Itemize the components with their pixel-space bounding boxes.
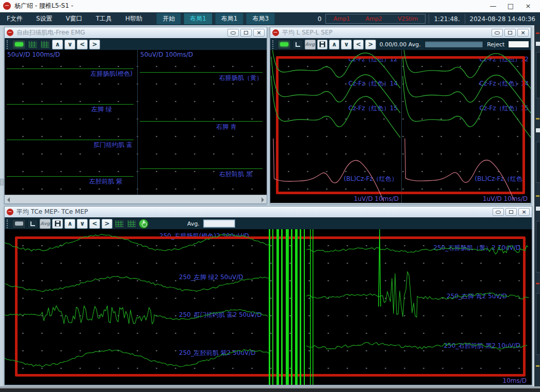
menu-item-tools[interactable]: T工具: [89, 14, 119, 23]
menu-item-help[interactable]: H帮助: [119, 14, 149, 23]
menu-item-file[interactable]: F文件: [0, 14, 29, 23]
gray-led-icon: [15, 221, 23, 226]
emg-prev-button[interactable]: <: [77, 40, 88, 49]
toolbar-grip[interactable]: [7, 40, 9, 49]
mep-average-button[interactable]: Avg: [40, 219, 51, 229]
sliver-panel-fragment: [536, 221, 540, 272]
sep-waveform-area[interactable]: Cz-Fz（红色）12 Cz-Fz（红色）14 Cz-Fz（红色）15 (BL)…: [270, 50, 531, 203]
sep-scale-up-button[interactable]: ∧: [329, 40, 339, 49]
sep-window-title: 平均 L SEP-L SEP: [282, 28, 333, 37]
waveform-grid-icon: [128, 220, 136, 227]
sliver-button-fragment: [536, 207, 540, 211]
toolbar-grip[interactable]: [272, 40, 274, 49]
sep-toolbar: Avg ∧ ∨ < > 0.00/0.00 Avg. Reject: [270, 38, 531, 50]
mep-restore-button[interactable]: [505, 208, 517, 216]
layout1-button[interactable]: 布局1: [215, 13, 244, 25]
sep-next-button[interactable]: >: [365, 40, 375, 49]
menu-item-window[interactable]: V窗口: [59, 14, 89, 23]
sep-close-button[interactable]: ×: [517, 29, 529, 37]
menu-item-settings[interactable]: S设置: [29, 14, 59, 23]
mep-toolbar: Avg ∧ ∨ < > Avg.: [5, 217, 532, 229]
emg-window-titlebar[interactable]: 自由扫描肌电-Free EMG ×: [5, 27, 267, 38]
emg-right-column: 50uV/D 100ms/D 右腓肠肌（黄） 右脚 青 右胫前肌 黑: [137, 50, 266, 195]
sep-baseline-button[interactable]: [292, 40, 303, 49]
emg-window-controls: ×: [227, 29, 265, 37]
mep-window-titlebar[interactable]: 平均 TCe MEP- TCe MEP ×: [5, 207, 532, 217]
emg-trace-line: [140, 121, 263, 122]
emg-trace-line: [7, 69, 134, 69]
emg-toolbar: ∧ ∨ < >: [5, 38, 267, 50]
toolbar-grip[interactable]: [7, 219, 9, 228]
emg-trace-line: [7, 176, 134, 177]
scroll-left-icon[interactable]: [7, 197, 10, 202]
sep-window-titlebar[interactable]: 平均 L SEP-L SEP ×: [270, 27, 531, 38]
sep-run-toggle-button[interactable]: [277, 40, 291, 49]
waveform-grid-icon: [29, 41, 37, 47]
save-disk-icon: [55, 220, 61, 227]
emg-horizontal-scrollbar[interactable]: [5, 195, 267, 203]
workspace-edge-notch: [0, 179, 4, 185]
sep-window: 平均 L SEP-L SEP × Avg: [270, 27, 531, 204]
emg-run-toggle-button[interactable]: [12, 40, 26, 49]
sep-prev-button[interactable]: <: [353, 40, 364, 49]
emg-trace-line: [140, 72, 263, 73]
restore-icon: [244, 31, 248, 35]
emg-minimize-button[interactable]: [227, 29, 239, 37]
sep-left-column: Cz-Fz（红色）12 Cz-Fz（红色）14 Cz-Fz（红色）15 (BL)…: [270, 50, 401, 203]
emg-trace-line: [140, 168, 263, 169]
layout1-button-active[interactable]: 布局1: [184, 13, 212, 25]
emg-right-scale: 50uV/D 100ms/D: [140, 51, 193, 58]
sep-average-button[interactable]: Avg: [305, 40, 316, 49]
amp1-status: Amp1: [333, 15, 350, 22]
sliver-panel-fragment: [536, 52, 540, 98]
emg-channel-label: 右胫前肌 黑: [219, 170, 252, 179]
sep-scale-down-button[interactable]: ∨: [341, 40, 351, 49]
sep-save-button[interactable]: [317, 40, 328, 49]
mep-scale-down-button[interactable]: ∨: [77, 219, 88, 229]
menubar: F文件 S设置 V窗口 T工具 H帮助 开始 布局1 布局1 布局3 0 Amp…: [0, 12, 540, 25]
amp2-status: Amp2: [366, 15, 382, 22]
scroll-right-icon[interactable]: [261, 197, 264, 202]
mep-minimize-button[interactable]: [493, 208, 504, 216]
emg-restore-button[interactable]: [240, 29, 252, 37]
sliver-yellow-mark: [536, 195, 539, 197]
sep-restore-button[interactable]: [504, 29, 516, 37]
mep-avg-field[interactable]: [203, 219, 235, 228]
minimize-icon: [496, 211, 501, 214]
sep-reject-field[interactable]: [508, 41, 529, 48]
sep-minimize-button[interactable]: [492, 29, 503, 37]
stimulator-power-button[interactable]: [139, 219, 149, 229]
emg-grid-view2-button[interactable]: [40, 40, 51, 49]
sep-scale-label: 1uV/D 10ms/D: [354, 195, 399, 202]
mep-scale-up-button[interactable]: ∧: [64, 219, 75, 229]
sep-window-icon: [272, 29, 279, 36]
mep-prev-button[interactable]: <: [89, 219, 100, 229]
emg-left-column: 50uV/D 100ms/D 左腓肠肌(橙色) 左脚 绿 肛门括约肌 蓝 左胫前…: [5, 50, 137, 195]
emg-scale-down-button[interactable]: ∨: [64, 40, 75, 49]
window-controls: — □ ×: [484, 1, 537, 12]
start-button[interactable]: 开始: [156, 13, 181, 25]
maximize-button[interactable]: □: [502, 1, 519, 12]
mep-grid-view-button[interactable]: [114, 219, 125, 229]
emg-waveform-area[interactable]: 50uV/D 100ms/D 左腓肠肌(橙色) 左脚 绿 肛门括约肌 蓝 左胫前…: [5, 50, 267, 195]
emg-next-button[interactable]: >: [89, 40, 100, 49]
close-button[interactable]: ×: [519, 1, 537, 12]
mep-grid-view2-button[interactable]: [126, 219, 137, 229]
minimize-button[interactable]: —: [484, 1, 502, 12]
layout3-button[interactable]: 布局3: [246, 13, 275, 25]
emg-scale-up-button[interactable]: ∧: [52, 40, 63, 49]
save-disk-icon: [319, 41, 325, 47]
elapsed-time: 1:21:48.: [429, 14, 464, 24]
mep-window: 平均 TCe MEP- TCe MEP × Avg: [4, 206, 532, 385]
statusbar: [0, 386, 540, 392]
sliver-panel-fragment: [536, 142, 540, 183]
emg-grid-view-button[interactable]: [27, 40, 38, 49]
mep-baseline-button[interactable]: [27, 219, 38, 229]
sep-waveforms: [402, 50, 531, 203]
mep-waveform-area[interactable]: 250_左腓肠肌(橙色)2 500uV/D 250_左脚 绿2 50uV/D 2…: [5, 229, 532, 385]
emg-close-button[interactable]: ×: [253, 29, 265, 37]
mep-close-button[interactable]: ×: [518, 208, 530, 216]
mep-next-button[interactable]: >: [102, 219, 112, 229]
mep-run-toggle-button[interactable]: [12, 219, 26, 229]
mep-save-button[interactable]: [52, 219, 63, 229]
